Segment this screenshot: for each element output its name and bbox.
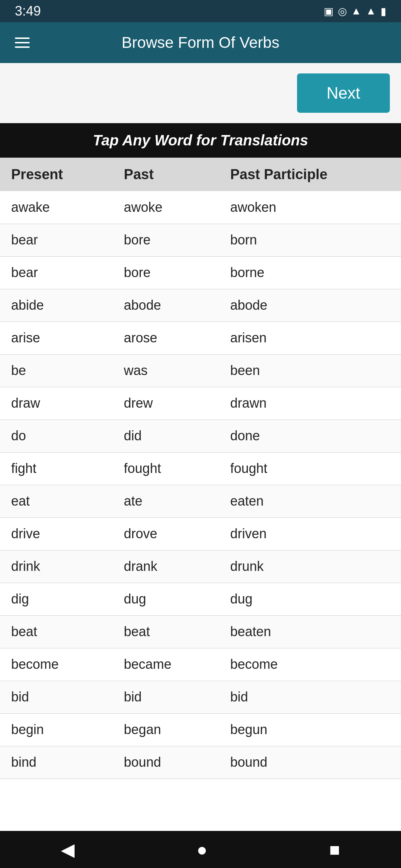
menu-button[interactable] — [15, 37, 30, 48]
table-row: eatateeaten — [0, 485, 401, 517]
table-cell[interactable]: abide — [0, 289, 113, 322]
table-cell[interactable]: beat — [113, 615, 219, 648]
table-cell[interactable]: bind — [0, 746, 113, 779]
table-row: drivedrovedriven — [0, 517, 401, 550]
table-cell[interactable]: abode — [113, 289, 219, 322]
table-cell[interactable]: drank — [113, 550, 219, 583]
table-cell[interactable]: fight — [0, 452, 113, 485]
battery-icon: ▮ — [381, 5, 386, 17]
table-cell[interactable]: do — [0, 420, 113, 452]
back-button[interactable]: ◀ — [46, 835, 89, 864]
status-bar: 3:49 ▣ ◎ ▲ ▲ ▮ — [0, 0, 401, 22]
table-row: arisearosearisen — [0, 322, 401, 354]
table-cell[interactable]: awoke — [113, 191, 219, 224]
table-cell[interactable]: awoken — [219, 191, 401, 224]
table-row: becomebecamebecome — [0, 648, 401, 681]
table-cell[interactable]: dug — [219, 583, 401, 615]
col-past-participle: Past Participle — [219, 158, 401, 191]
table-cell[interactable]: bear — [0, 256, 113, 289]
table-row: beginbeganbegun — [0, 713, 401, 746]
table-cell[interactable]: drink — [0, 550, 113, 583]
table-cell[interactable]: be — [0, 354, 113, 387]
table-cell[interactable]: awake — [0, 191, 113, 224]
table-row: digdugdug — [0, 583, 401, 615]
table-cell[interactable]: drunk — [219, 550, 401, 583]
table-row: beatbeatbeaten — [0, 615, 401, 648]
table-cell[interactable]: begun — [219, 713, 401, 746]
col-past: Past — [113, 158, 219, 191]
verb-table: Present Past Past Participle awakeawokea… — [0, 158, 401, 779]
table-cell[interactable]: beat — [0, 615, 113, 648]
table-cell[interactable]: fought — [113, 452, 219, 485]
table-cell[interactable]: fought — [219, 452, 401, 485]
table-cell[interactable]: bound — [219, 746, 401, 779]
table-cell[interactable]: borne — [219, 256, 401, 289]
page-title: Browse Form Of Verbs — [41, 34, 360, 52]
sd-icon: ▣ — [324, 5, 333, 17]
table-cell[interactable]: bound — [113, 746, 219, 779]
table-cell[interactable]: arisen — [219, 322, 401, 354]
recent-button[interactable]: ■ — [314, 836, 355, 864]
table-cell[interactable]: was — [113, 354, 219, 387]
table-cell[interactable]: arise — [0, 322, 113, 354]
table-cell[interactable]: ate — [113, 485, 219, 517]
table-row: bearboreborn — [0, 224, 401, 256]
table-cell[interactable]: born — [219, 224, 401, 256]
status-time: 3:49 — [15, 3, 41, 19]
table-row: drawdrewdrawn — [0, 387, 401, 420]
table-cell[interactable]: drive — [0, 517, 113, 550]
signal-icon: ▲ — [366, 5, 376, 17]
table-cell[interactable]: eaten — [219, 485, 401, 517]
table-body: awakeawokeawokenbearborebornbearboreborn… — [0, 191, 401, 779]
table-row: bidbidbid — [0, 681, 401, 713]
table-cell[interactable]: did — [113, 420, 219, 452]
table-cell[interactable]: dug — [113, 583, 219, 615]
table-cell[interactable]: began — [113, 713, 219, 746]
table-cell[interactable]: eat — [0, 485, 113, 517]
next-area: Next — [0, 63, 401, 123]
wifi-icon: ▲ — [351, 5, 362, 17]
home-button[interactable]: ● — [182, 836, 222, 864]
table-row: fightfoughtfought — [0, 452, 401, 485]
table-cell[interactable]: bid — [113, 681, 219, 713]
col-present: Present — [0, 158, 113, 191]
table-row: bewasbeen — [0, 354, 401, 387]
tap-banner: Tap Any Word for Translations — [0, 123, 401, 158]
table-cell[interactable]: become — [0, 648, 113, 681]
table-cell[interactable]: draw — [0, 387, 113, 420]
table-header-row: Present Past Past Participle — [0, 158, 401, 191]
table-cell[interactable]: bear — [0, 224, 113, 256]
table-row: bearboreborne — [0, 256, 401, 289]
status-icons: ▣ ◎ ▲ ▲ ▮ — [324, 5, 386, 17]
table-cell[interactable]: begin — [0, 713, 113, 746]
tap-banner-text: Tap Any Word for Translations — [93, 132, 308, 148]
table-cell[interactable]: dig — [0, 583, 113, 615]
table-cell[interactable]: been — [219, 354, 401, 387]
next-button[interactable]: Next — [297, 73, 390, 113]
table-cell[interactable]: arose — [113, 322, 219, 354]
circle-icon: ◎ — [338, 5, 347, 17]
table-cell[interactable]: abode — [219, 289, 401, 322]
table-cell[interactable]: became — [113, 648, 219, 681]
table-cell[interactable]: done — [219, 420, 401, 452]
table-cell[interactable]: bid — [0, 681, 113, 713]
table-cell[interactable]: drove — [113, 517, 219, 550]
table-cell[interactable]: become — [219, 648, 401, 681]
app-header: Browse Form Of Verbs — [0, 22, 401, 63]
table-row: bindboundbound — [0, 746, 401, 779]
table-cell[interactable]: beaten — [219, 615, 401, 648]
table-row: dodiddone — [0, 420, 401, 452]
table-cell[interactable]: drew — [113, 387, 219, 420]
bottom-nav: ◀ ● ■ — [0, 831, 401, 868]
table-cell[interactable]: drawn — [219, 387, 401, 420]
table-row: awakeawokeawoken — [0, 191, 401, 224]
table-row: abideabodeabode — [0, 289, 401, 322]
table-cell[interactable]: bore — [113, 256, 219, 289]
table-cell[interactable]: bore — [113, 224, 219, 256]
table-cell[interactable]: bid — [219, 681, 401, 713]
table-cell[interactable]: driven — [219, 517, 401, 550]
table-row: drinkdrankdrunk — [0, 550, 401, 583]
